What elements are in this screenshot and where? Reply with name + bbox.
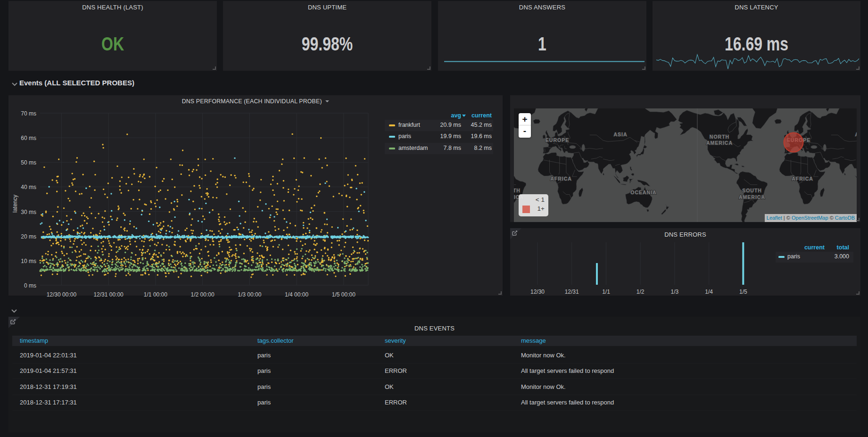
svg-text:EUROPE: EUROPE xyxy=(546,137,569,143)
svg-text:AMERICA: AMERICA xyxy=(739,194,765,200)
svg-text:SOUTH: SOUTH xyxy=(514,188,521,193)
svg-text:ASIA: ASIA xyxy=(613,132,627,137)
svg-text:AMERICA: AMERICA xyxy=(706,140,733,146)
svg-text:AFRICA: AFRICA xyxy=(792,176,813,181)
svg-text:NORTH: NORTH xyxy=(710,134,729,140)
svg-text:OCEANIA: OCEANIA xyxy=(630,190,656,195)
svg-text:SOUTH: SOUTH xyxy=(742,188,762,193)
svg-text:ASIA: ASIA xyxy=(855,132,857,137)
svg-text:AFRICA: AFRICA xyxy=(550,176,572,181)
